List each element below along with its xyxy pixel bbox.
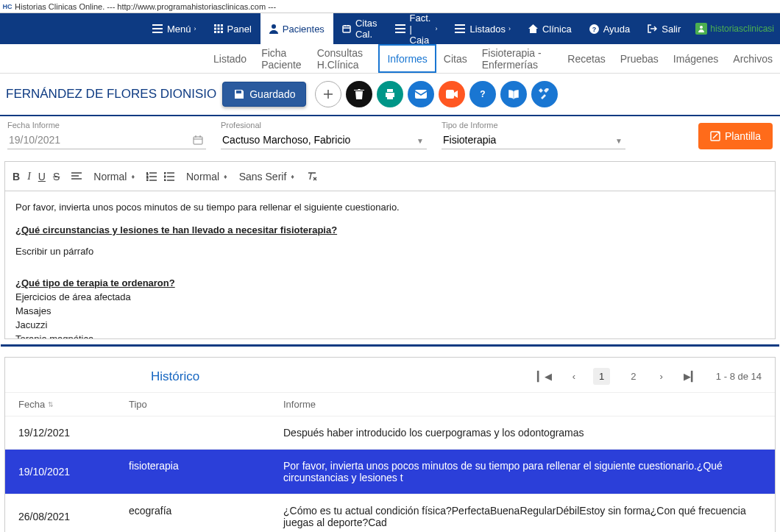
- subnav-pruebas[interactable]: Pruebas: [613, 44, 666, 73]
- cell-tipo: ecografía: [129, 505, 283, 528]
- table-row[interactable]: 19/10/2021 fisioterapia Por favor, invie…: [5, 449, 775, 494]
- nav-menu[interactable]: Menú ›: [143, 13, 205, 44]
- dropdown-icon[interactable]: ▼: [416, 137, 424, 145]
- chevron-right-icon: ›: [508, 25, 511, 32]
- subnav-fisio[interactable]: Fisioterapia - Enfermerías: [475, 44, 561, 73]
- nav-label: Clínica: [542, 24, 572, 35]
- delete-button[interactable]: [346, 81, 372, 107]
- nav-clinica[interactable]: Clínica: [520, 13, 581, 44]
- subnav-imagenes[interactable]: Imágenes: [666, 44, 726, 73]
- bold-button[interactable]: B: [13, 171, 20, 182]
- pager-info: 1 - 8 de 14: [716, 371, 762, 382]
- svg-rect-10: [343, 26, 350, 32]
- tipo-label: Tipo de Informe: [442, 121, 625, 130]
- window-titlebar: HC Historias Clinicas Online. --- http:/…: [0, 0, 780, 13]
- content-line: Jacuzzi: [15, 319, 765, 330]
- font-select[interactable]: Sans Serif ♦: [239, 171, 294, 182]
- subnav-ficha[interactable]: Ficha Paciente: [254, 44, 310, 73]
- save-button[interactable]: Guardado: [222, 82, 306, 107]
- window-title: Historias Clinicas Online. --- http://ww…: [15, 2, 276, 11]
- pager-page-1[interactable]: 1: [593, 368, 610, 385]
- editor-content[interactable]: Por favor, invierta unos pocos minutos d…: [5, 191, 775, 338]
- tipo-input[interactable]: [442, 131, 625, 149]
- nav-pacientes[interactable]: Pacientes: [260, 13, 333, 44]
- svg-rect-7: [217, 31, 219, 33]
- align-button[interactable]: [71, 172, 82, 181]
- subnav-consultas[interactable]: Consultas H.Clínica: [310, 44, 379, 73]
- subnav-archivos[interactable]: Archivos: [726, 44, 780, 73]
- unordered-list-button[interactable]: [164, 172, 174, 181]
- person-icon: [269, 24, 278, 34]
- nav-fact[interactable]: Fact. | Caja ›: [386, 13, 447, 44]
- menu-icon: [455, 24, 465, 33]
- content-line: Terapia magnética: [15, 333, 765, 338]
- table-row[interactable]: 19/12/2021 Después haber introducido los…: [5, 416, 775, 449]
- save-icon: [233, 88, 245, 100]
- table-row[interactable]: 26/08/2021 ecografía ¿Cómo es tu actual …: [5, 494, 775, 532]
- fecha-label: Fecha Informe: [7, 121, 206, 130]
- content-line: Masajes: [15, 305, 765, 316]
- svg-rect-2: [221, 24, 223, 26]
- pager-first-icon[interactable]: ▎◀: [534, 369, 555, 383]
- report-form: Fecha Informe Profesional ▼ Tipo de Info…: [0, 116, 780, 157]
- select-icon: ♦: [131, 173, 135, 180]
- nav-citas[interactable]: Citas Cal.: [333, 13, 386, 44]
- cell-fecha: 19/10/2021: [18, 460, 129, 483]
- top-nav: Menú › Panel Pacientes Citas Cal. Fact. …: [0, 13, 780, 44]
- patient-toolbar: FERNÁNDEZ DE FLORES DIONISIO Guardado ?: [0, 74, 780, 116]
- mail-button[interactable]: [408, 81, 434, 107]
- tools-button[interactable]: [531, 81, 558, 107]
- table-header: Fecha⇅ Tipo Informe: [5, 392, 775, 416]
- size-label: Normal: [186, 171, 219, 182]
- nav-ayuda[interactable]: ? Ayuda: [581, 13, 639, 44]
- ordered-list-button[interactable]: 123: [146, 172, 157, 181]
- nav-panel[interactable]: Panel: [205, 13, 260, 44]
- nav-listados[interactable]: Listados ›: [446, 13, 519, 44]
- strike-button[interactable]: S: [53, 171, 60, 182]
- subnav-citas[interactable]: Citas: [436, 44, 475, 73]
- subnav-informes[interactable]: Informes: [378, 44, 436, 73]
- cell-tipo: [129, 427, 283, 439]
- italic-button[interactable]: I: [27, 171, 31, 182]
- pager-last-icon[interactable]: ▶▎: [681, 369, 701, 383]
- underline-button[interactable]: U: [38, 171, 46, 182]
- nav-salir[interactable]: Salir: [639, 13, 689, 44]
- plantilla-button[interactable]: Plantilla: [698, 123, 773, 149]
- help-button[interactable]: ?: [469, 81, 496, 107]
- historico-header: Histórico ▎◀ ‹ 1 2 › ▶▎ 1 - 8 de 14: [5, 358, 775, 392]
- print-button[interactable]: [377, 81, 403, 107]
- clear-format-button[interactable]: [306, 171, 318, 182]
- nav-user[interactable]: historiasclinicasi: [689, 13, 780, 44]
- profesional-input[interactable]: [221, 131, 427, 149]
- nav-label: Salir: [662, 24, 681, 35]
- subnav-listado[interactable]: Listado: [206, 44, 254, 73]
- video-button[interactable]: [439, 81, 465, 107]
- calendar-icon[interactable]: [193, 135, 203, 145]
- col-tipo[interactable]: Tipo: [129, 399, 283, 410]
- size-select[interactable]: Normal ♦: [186, 171, 227, 182]
- subnav-recetas[interactable]: Recetas: [560, 44, 612, 73]
- pager-page-2[interactable]: 2: [625, 368, 642, 385]
- heading-select[interactable]: Normal ♦: [93, 171, 135, 182]
- col-informe[interactable]: Informe: [283, 399, 762, 410]
- pager-next-icon[interactable]: ›: [657, 369, 666, 383]
- book-button[interactable]: [500, 81, 527, 107]
- app-icon: HC: [3, 2, 12, 11]
- svg-rect-0: [214, 24, 216, 26]
- patient-name: FERNÁNDEZ DE FLORES DIONISIO: [6, 87, 216, 102]
- grid-icon: [214, 24, 223, 33]
- template-icon: [710, 131, 720, 141]
- dropdown-icon[interactable]: ▼: [615, 137, 623, 145]
- save-label: Guardado: [249, 88, 295, 100]
- pager-prev-icon[interactable]: ‹: [570, 369, 578, 383]
- cell-fecha: 26/08/2021: [18, 505, 129, 528]
- nav-label: Menú: [167, 24, 191, 35]
- fecha-input[interactable]: [7, 131, 206, 149]
- svg-rect-8: [221, 31, 223, 33]
- pager: ▎◀ ‹ 1 2 › ▶▎ 1 - 8 de 14: [534, 368, 762, 385]
- historico-table: Fecha⇅ Tipo Informe 19/12/2021 Después h…: [5, 392, 775, 532]
- historico-title: Histórico: [151, 369, 199, 384]
- col-fecha[interactable]: Fecha⇅: [18, 399, 129, 410]
- editor: B I U S Normal ♦ 123 Normal ♦ Sans Serif…: [4, 161, 776, 339]
- add-button[interactable]: [315, 81, 341, 107]
